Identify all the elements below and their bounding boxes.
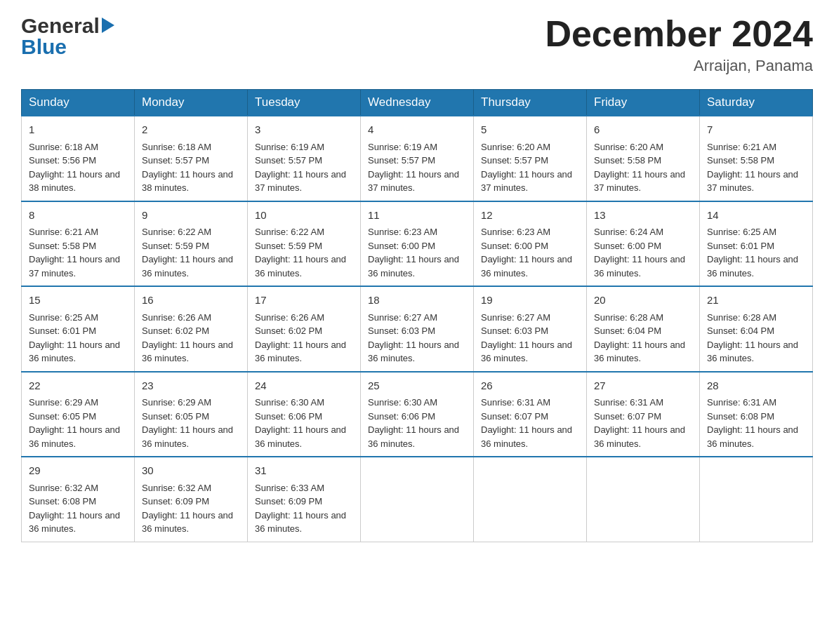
sunset-text: Sunset: 6:06 PM: [255, 411, 322, 422]
daylight-text: Daylight: 11 hours and 37 minutes.: [255, 169, 346, 194]
sunrise-text: Sunrise: 6:32 AM: [142, 483, 211, 493]
header-sunday: Sunday: [22, 90, 135, 116]
day-number: 2: [142, 122, 240, 138]
sunrise-text: Sunrise: 6:28 AM: [594, 312, 663, 323]
day-number: 8: [29, 208, 127, 224]
calendar-cell: 4Sunrise: 6:19 AMSunset: 5:57 PMDaylight…: [361, 116, 474, 201]
logo-arrow-icon: [102, 18, 114, 36]
calendar-cell: 18Sunrise: 6:27 AMSunset: 6:03 PMDayligh…: [361, 286, 474, 372]
header-friday: Friday: [587, 90, 700, 116]
daylight-text: Daylight: 11 hours and 36 minutes.: [142, 510, 233, 535]
calendar-cell: 16Sunrise: 6:26 AMSunset: 6:02 PMDayligh…: [135, 286, 248, 372]
calendar-week-row: 22Sunrise: 6:29 AMSunset: 6:05 PMDayligh…: [22, 372, 813, 457]
daylight-text: Daylight: 11 hours and 37 minutes.: [481, 169, 572, 194]
daylight-text: Daylight: 11 hours and 36 minutes.: [255, 424, 346, 449]
calendar-cell: [700, 457, 813, 542]
daylight-text: Daylight: 11 hours and 37 minutes.: [707, 169, 798, 194]
sunset-text: Sunset: 6:07 PM: [594, 411, 661, 422]
sunset-text: Sunset: 6:04 PM: [707, 326, 774, 336]
calendar-cell: 10Sunrise: 6:22 AMSunset: 5:59 PMDayligh…: [248, 201, 361, 287]
calendar-cell: 12Sunrise: 6:23 AMSunset: 6:00 PMDayligh…: [474, 201, 587, 287]
daylight-text: Daylight: 11 hours and 37 minutes.: [368, 169, 459, 194]
day-number: 27: [594, 378, 692, 394]
sunrise-text: Sunrise: 6:21 AM: [707, 142, 776, 152]
daylight-text: Daylight: 11 hours and 36 minutes.: [481, 254, 572, 279]
daylight-text: Daylight: 11 hours and 36 minutes.: [142, 254, 233, 279]
calendar-cell: 21Sunrise: 6:28 AMSunset: 6:04 PMDayligh…: [700, 286, 813, 372]
calendar-table: SundayMondayTuesdayWednesdayThursdayFrid…: [21, 89, 813, 542]
sunrise-text: Sunrise: 6:20 AM: [481, 142, 550, 152]
daylight-text: Daylight: 11 hours and 37 minutes.: [594, 169, 685, 194]
logo-general-text: General: [21, 14, 100, 38]
daylight-text: Daylight: 11 hours and 36 minutes.: [594, 254, 685, 279]
day-number: 18: [368, 293, 466, 309]
daylight-text: Daylight: 11 hours and 36 minutes.: [481, 424, 572, 449]
calendar-week-row: 29Sunrise: 6:32 AMSunset: 6:08 PMDayligh…: [22, 457, 813, 542]
header-monday: Monday: [135, 90, 248, 116]
sunset-text: Sunset: 6:08 PM: [707, 411, 774, 422]
day-number: 1: [29, 122, 127, 138]
calendar-cell: 7Sunrise: 6:21 AMSunset: 5:58 PMDaylight…: [700, 116, 813, 201]
calendar-cell: 1Sunrise: 6:18 AMSunset: 5:56 PMDaylight…: [22, 116, 135, 201]
calendar-cell: 30Sunrise: 6:32 AMSunset: 6:09 PMDayligh…: [135, 457, 248, 542]
daylight-text: Daylight: 11 hours and 37 minutes.: [29, 254, 120, 279]
sunset-text: Sunset: 6:09 PM: [142, 496, 209, 507]
calendar-cell: 13Sunrise: 6:24 AMSunset: 6:00 PMDayligh…: [587, 201, 700, 287]
header-saturday: Saturday: [700, 90, 813, 116]
calendar-cell: 24Sunrise: 6:30 AMSunset: 6:06 PMDayligh…: [248, 372, 361, 457]
sunset-text: Sunset: 6:09 PM: [255, 496, 322, 507]
daylight-text: Daylight: 11 hours and 36 minutes.: [707, 340, 798, 364]
calendar-cell: 11Sunrise: 6:23 AMSunset: 6:00 PMDayligh…: [361, 201, 474, 287]
sunrise-text: Sunrise: 6:21 AM: [29, 227, 98, 237]
sunrise-text: Sunrise: 6:26 AM: [255, 312, 324, 323]
daylight-text: Daylight: 11 hours and 36 minutes.: [255, 340, 346, 364]
day-number: 26: [481, 378, 579, 394]
sunset-text: Sunset: 5:58 PM: [29, 241, 96, 251]
sunset-text: Sunset: 5:59 PM: [255, 241, 322, 251]
calendar-week-row: 8Sunrise: 6:21 AMSunset: 5:58 PMDaylight…: [22, 201, 813, 287]
day-number: 14: [707, 208, 805, 224]
day-number: 25: [368, 378, 466, 394]
calendar-cell: 3Sunrise: 6:19 AMSunset: 5:57 PMDaylight…: [248, 116, 361, 201]
header-thursday: Thursday: [474, 90, 587, 116]
daylight-text: Daylight: 11 hours and 36 minutes.: [142, 424, 233, 449]
sunset-text: Sunset: 5:58 PM: [707, 155, 774, 166]
sunset-text: Sunset: 5:58 PM: [594, 155, 661, 166]
sunrise-text: Sunrise: 6:22 AM: [142, 227, 211, 237]
calendar-week-row: 15Sunrise: 6:25 AMSunset: 6:01 PMDayligh…: [22, 286, 813, 372]
sunset-text: Sunset: 5:57 PM: [368, 155, 435, 166]
daylight-text: Daylight: 11 hours and 36 minutes.: [481, 340, 572, 364]
day-number: 17: [255, 293, 353, 309]
sunset-text: Sunset: 6:08 PM: [29, 496, 96, 507]
calendar-week-row: 1Sunrise: 6:18 AMSunset: 5:56 PMDaylight…: [22, 116, 813, 201]
sunset-text: Sunset: 6:02 PM: [142, 326, 209, 336]
sunrise-text: Sunrise: 6:27 AM: [368, 312, 437, 323]
logo: General Blue: [21, 14, 114, 59]
daylight-text: Daylight: 11 hours and 36 minutes.: [142, 340, 233, 364]
calendar-header-row: SundayMondayTuesdayWednesdayThursdayFrid…: [22, 90, 813, 116]
daylight-text: Daylight: 11 hours and 36 minutes.: [29, 510, 120, 535]
daylight-text: Daylight: 11 hours and 38 minutes.: [29, 169, 120, 194]
sunset-text: Sunset: 6:03 PM: [481, 326, 548, 336]
day-number: 13: [594, 208, 692, 224]
sunset-text: Sunset: 6:00 PM: [594, 241, 661, 251]
calendar-cell: 25Sunrise: 6:30 AMSunset: 6:06 PMDayligh…: [361, 372, 474, 457]
sunset-text: Sunset: 5:57 PM: [142, 155, 209, 166]
daylight-text: Daylight: 11 hours and 36 minutes.: [255, 254, 346, 279]
calendar-cell: 22Sunrise: 6:29 AMSunset: 6:05 PMDayligh…: [22, 372, 135, 457]
day-number: 16: [142, 293, 240, 309]
day-number: 15: [29, 293, 127, 309]
sunset-text: Sunset: 6:00 PM: [481, 241, 548, 251]
day-number: 28: [707, 378, 805, 394]
sunset-text: Sunset: 6:04 PM: [594, 326, 661, 336]
calendar-cell: 28Sunrise: 6:31 AMSunset: 6:08 PMDayligh…: [700, 372, 813, 457]
sunset-text: Sunset: 5:56 PM: [29, 155, 96, 166]
day-number: 5: [481, 122, 579, 138]
sunset-text: Sunset: 6:00 PM: [368, 241, 435, 251]
sunrise-text: Sunrise: 6:30 AM: [255, 397, 324, 408]
sunrise-text: Sunrise: 6:19 AM: [255, 142, 324, 152]
sunset-text: Sunset: 6:03 PM: [368, 326, 435, 336]
sunrise-text: Sunrise: 6:25 AM: [29, 312, 98, 323]
calendar-cell: 29Sunrise: 6:32 AMSunset: 6:08 PMDayligh…: [22, 457, 135, 542]
day-number: 31: [255, 463, 353, 479]
